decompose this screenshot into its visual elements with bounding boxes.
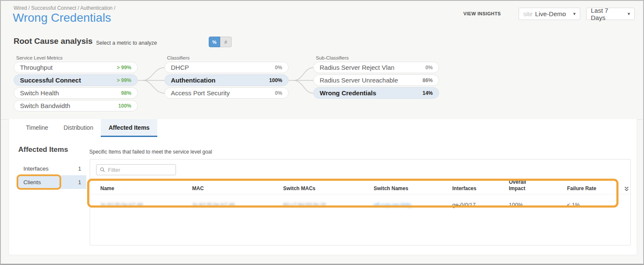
double-chevron-down-icon xyxy=(624,186,630,192)
page-title: Wrong Credentials xyxy=(13,11,111,25)
column-header-interfaces[interactable]: Interfaces xyxy=(452,185,509,192)
expand-columns-button[interactable] xyxy=(624,186,630,192)
subclassifier-pill-radius-reject-vlan[interactable]: Radius Server Reject Vlan 0% xyxy=(313,62,439,73)
column-label-classifiers: Classifiers xyxy=(167,55,190,60)
details-card: Timeline Distribution Affected Items Aff… xyxy=(9,119,637,255)
root-cause-analysis-page: Wired / Successful Connect / Authenticat… xyxy=(0,0,644,265)
column-header-switch-names[interactable]: Switch Names xyxy=(374,185,452,192)
view-insights-button[interactable]: VIEW INSIGHTS xyxy=(463,11,501,16)
site-selector-dropdown[interactable]: site Live-Demo ▾ xyxy=(519,8,580,20)
subclassifier-pill-wrong-credentials[interactable]: Wrong Credentials 14% xyxy=(313,87,439,99)
breadcrumb[interactable]: Wired / Successful Connect / Authenticat… xyxy=(14,5,115,11)
metric-pill-switch-bandwidth[interactable]: Switch Bandwidth 100% xyxy=(14,100,138,111)
chevron-down-icon: ▾ xyxy=(570,11,576,17)
affected-items-table: Name MAC Switch MACs Switch Names Interf… xyxy=(90,159,631,245)
cell-mac: 3c:62:f0:0e:b7:46 xyxy=(192,202,283,208)
tab-bar: Timeline Distribution Affected Items xyxy=(18,119,157,137)
category-count: 1 xyxy=(78,179,81,185)
category-label: Clients xyxy=(23,179,41,185)
tab-affected-items[interactable]: Affected Items xyxy=(101,119,157,137)
affected-category-list: Interfaces 1 Clients 1 xyxy=(17,162,86,189)
category-item-interfaces[interactable]: Interfaces 1 xyxy=(17,162,86,175)
column-header-mac[interactable]: MAC xyxy=(192,185,283,192)
table-row[interactable]: 3c:62:f0:0e:b7:46 3c:62:f0:0e:b7:46 60:c… xyxy=(90,198,630,211)
percent-toggle-button[interactable]: % xyxy=(209,37,220,47)
tab-distribution[interactable]: Distribution xyxy=(56,119,101,137)
metric-pill-successful-connect[interactable]: Successful Connect > 99% xyxy=(14,74,138,86)
root-cause-subtitle: Select a metric to analyze xyxy=(96,40,157,46)
metric-unit-toggle: % # xyxy=(209,37,232,47)
site-selector-prefix: site xyxy=(523,11,533,17)
chevron-down-icon: ▾ xyxy=(624,11,630,17)
column-label-sub-classifiers: Sub-Classifiers xyxy=(316,55,349,60)
search-icon xyxy=(100,167,105,172)
root-cause-title: Root Cause analysis xyxy=(14,37,93,46)
cell-switch-names-link[interactable]: idf-cup-sw-bldg xyxy=(374,202,452,208)
classifier-pill-authentication[interactable]: Authentication 100% xyxy=(165,74,289,86)
column-header-overall-impact[interactable]: Overall Impact xyxy=(509,179,567,192)
filter-input[interactable] xyxy=(108,167,172,173)
metric-pill-throughput[interactable]: Throughput > 99% xyxy=(14,62,138,73)
site-selector-value: Live-Demo xyxy=(535,10,566,17)
cell-interfaces: ge-0/0/17 xyxy=(452,202,509,208)
category-label: Interfaces xyxy=(23,165,48,172)
category-count: 1 xyxy=(78,165,81,172)
time-range-dropdown[interactable]: Last 7 Days ▾ xyxy=(586,8,635,20)
filter-field xyxy=(96,164,176,175)
column-header-switch-macs[interactable]: Switch MACs xyxy=(283,185,374,192)
cell-switch-macs: 60:c7:8d:93:9c:0f xyxy=(283,202,374,208)
metric-pill-switch-health[interactable]: Switch Health 98% xyxy=(14,87,138,99)
tab-timeline[interactable]: Timeline xyxy=(18,119,56,137)
classifier-pill-dhcp[interactable]: DHCP 0% xyxy=(165,62,289,73)
classifier-pill-access-port-security[interactable]: Access Port Security 0% xyxy=(165,87,289,99)
affected-items-subtitle: Specific Items that failed to meet the s… xyxy=(89,149,212,155)
time-range-value: Last 7 Days xyxy=(591,7,624,21)
count-toggle-button[interactable]: # xyxy=(220,37,232,47)
cell-name: 3c:62:f0:0e:b7:46 xyxy=(100,202,192,208)
column-label-service-level-metrics: Service Level Metrics xyxy=(16,55,62,60)
column-header-failure-rate[interactable]: Failure Rate xyxy=(567,185,622,192)
cell-overall-impact: 100% xyxy=(509,202,567,208)
cell-failure-rate: < 1% xyxy=(567,202,622,208)
affected-items-title: Affected Items xyxy=(18,145,68,154)
column-header-name[interactable]: Name xyxy=(100,185,192,192)
table-header-row: Name MAC Switch MACs Switch Names Interf… xyxy=(90,179,630,194)
category-item-clients[interactable]: Clients 1 xyxy=(17,175,86,189)
subclassifier-pill-radius-unreachable[interactable]: Radius Server Unreachable 86% xyxy=(313,74,439,86)
